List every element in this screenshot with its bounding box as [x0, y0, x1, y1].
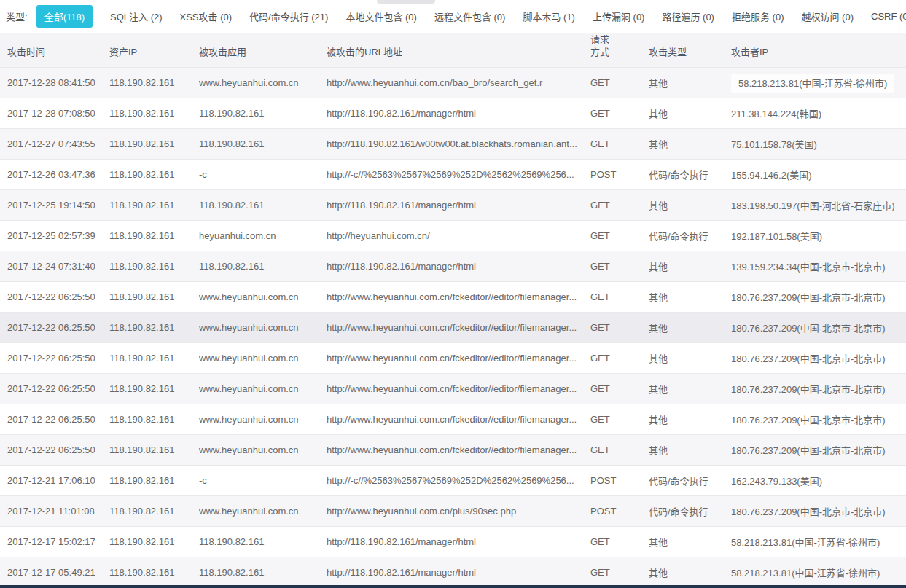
cell-attacker-ip: 180.76.237.209(中国-北京市-北京市) [731, 495, 906, 526]
cell-attack-type: 其他 [649, 251, 731, 281]
filter-chip-7[interactable]: 上传漏洞 (0) [593, 5, 645, 28]
cell-attacked-app: -c [199, 159, 327, 189]
cell-request-method: GET [590, 434, 649, 465]
cell-attack-time: 2017-12-22 06:25:50 [0, 434, 109, 465]
cell-attack-type: 其他 [649, 404, 731, 434]
cell-attack-type: 代码/命令执行 [649, 495, 731, 526]
cell-attacker-ip: 180.76.237.209(中国-北京市-北京市) [731, 312, 906, 342]
table-row[interactable]: 2017-12-22 06:25:50 118.190.82.161 www.h… [0, 342, 906, 373]
cell-attacker-ip: 58.218.213.81(中国-江苏省-徐州市) [731, 557, 906, 587]
cell-request-method: GET [590, 526, 649, 557]
cell-attacked-app: www.heyuanhui.com.cn [199, 495, 327, 526]
attacker-ip-value: 58.218.213.81(中国-江苏省-徐州市) [731, 74, 894, 93]
cell-attack-type: 其他 [649, 128, 731, 159]
cell-attack-type: 代码/命令执行 [649, 220, 731, 251]
table-row[interactable]: 2017-12-28 08:41:50 118.190.82.161 www.h… [0, 67, 906, 98]
col-header-attacked-app: 被攻击应用 [199, 33, 327, 67]
attacker-ip-value: 58.218.213.81(中国-江苏省-徐州市) [731, 568, 880, 579]
cell-request-method: GET [590, 557, 649, 587]
cell-attacker-ip: 162.243.79.133(美国) [731, 465, 906, 495]
cell-attacked-url: http://www.heyuanhui.com.cn/fckeditor//e… [327, 434, 590, 465]
cell-attack-time: 2017-12-22 06:25:50 [0, 404, 109, 434]
cell-asset-ip: 118.190.82.161 [109, 312, 199, 342]
cell-attack-type: 其他 [649, 98, 731, 128]
col-header-attack-type: 攻击类型 [649, 33, 731, 67]
table-row[interactable]: 2017-12-17 15:02:17 118.190.82.161 118.1… [0, 526, 906, 557]
filter-chip-4[interactable]: 本地文件包含 (0) [345, 5, 417, 28]
col-header-asset-ip: 资产IP [109, 33, 199, 67]
cell-attack-time: 2017-12-28 07:08:50 [0, 98, 109, 128]
cell-attack-time: 2017-12-17 15:02:17 [0, 526, 109, 557]
filter-chip-5[interactable]: 远程文件包含 (0) [434, 5, 506, 28]
filter-chip-0[interactable]: 全部(118) [36, 5, 93, 28]
table-row[interactable]: 2017-12-22 06:25:50 118.190.82.161 www.h… [0, 404, 906, 434]
filter-chip-10[interactable]: 越权访问 (0) [801, 5, 854, 28]
table-row[interactable]: 2017-12-28 07:08:50 118.190.82.161 118.1… [0, 98, 906, 128]
cell-request-method: GET [590, 189, 649, 220]
attacker-ip-value: 192.187.101.58(美国) [731, 231, 822, 242]
cell-asset-ip: 118.190.82.161 [109, 67, 199, 98]
col-header-request-method: 请求方式 [590, 33, 649, 67]
table-row[interactable]: 2017-12-21 11:01:08 118.190.82.161 www.h… [0, 495, 906, 526]
cell-request-method: GET [590, 404, 649, 434]
table-row[interactable]: 2017-12-26 03:47:36 118.190.82.161 -c ht… [0, 159, 906, 189]
cell-attack-time: 2017-12-27 07:43:55 [0, 128, 109, 159]
cell-attack-type: 其他 [649, 189, 731, 220]
cell-attack-time: 2017-12-21 17:06:10 [0, 465, 109, 495]
table-row[interactable]: 2017-12-24 07:31:40 118.190.82.161 118.1… [0, 251, 906, 281]
cell-attacked-app: www.heyuanhui.com.cn [199, 312, 327, 342]
cell-attacker-ip: 58.218.213.81(中国-江苏省-徐州市) [731, 67, 906, 98]
attacker-ip-value: 180.76.237.209(中国-北京市-北京市) [731, 506, 886, 517]
cell-attack-time: 2017-12-17 05:49:21 [0, 557, 109, 587]
table-row[interactable]: 2017-12-21 17:06:10 118.190.82.161 -c ht… [0, 465, 906, 495]
table-row[interactable]: 2017-12-22 06:25:50 118.190.82.161 www.h… [0, 373, 906, 404]
table-row[interactable]: 2017-12-22 06:25:50 118.190.82.161 www.h… [0, 312, 906, 342]
attacker-ip-value: 58.218.213.81(中国-江苏省-徐州市) [731, 537, 880, 548]
filter-chip-3[interactable]: 代码/命令执行 (21) [249, 5, 328, 28]
cell-attacked-app: www.heyuanhui.com.cn [199, 404, 327, 434]
filter-chip-1[interactable]: SQL注入 (2) [110, 5, 163, 28]
cell-attack-time: 2017-12-24 07:31:40 [0, 251, 109, 281]
attacker-ip-value: 180.76.237.209(中国-北京市-北京市) [731, 292, 886, 303]
table-row[interactable]: 2017-12-27 07:43:55 118.190.82.161 118.1… [0, 128, 906, 159]
cell-attacked-app: www.heyuanhui.com.cn [199, 67, 327, 98]
cell-attacked-url: http://118.190.82.161/manager/html [327, 526, 590, 557]
cell-attack-type: 其他 [649, 526, 731, 557]
cell-attacked-url: http://118.190.82.161/manager/html [327, 189, 590, 220]
cell-attack-type: 其他 [649, 281, 731, 312]
filter-chip-8[interactable]: 路径遍历 (0) [662, 5, 714, 28]
col-header-attacker-ip: 攻击者IP [731, 33, 906, 67]
cell-attack-type: 其他 [649, 342, 731, 373]
cell-attacker-ip: 183.198.50.197(中国-河北省-石家庄市) [731, 189, 906, 220]
filter-chip-11[interactable]: CSRF (0) [871, 7, 906, 26]
table-row[interactable]: 2017-12-25 02:57:39 118.190.82.161 heyua… [0, 220, 906, 251]
cell-attacked-url: http://www.heyuanhui.com.cn/fckeditor//e… [327, 404, 590, 434]
cell-asset-ip: 118.190.82.161 [109, 281, 199, 312]
attacker-ip-value: 180.76.237.209(中国-北京市-北京市) [731, 323, 886, 334]
filter-chip-6[interactable]: 脚本木马 (1) [523, 5, 575, 28]
attacker-ip-value: 139.159.234.34(中国-北京市-北京市) [731, 262, 886, 273]
table-row[interactable]: 2017-12-17 05:49:21 118.190.82.161 118.1… [0, 557, 906, 587]
cell-request-method: GET [590, 342, 649, 373]
cell-attacked-url: http://118.190.82.161/manager/html [327, 557, 590, 587]
cell-asset-ip: 118.190.82.161 [109, 557, 199, 587]
cell-attacked-url: http://-c//%2563%2567%2569%252D%2562%256… [327, 159, 590, 189]
cell-attacked-app: 118.190.82.161 [199, 557, 327, 587]
table-row[interactable]: 2017-12-22 06:25:50 118.190.82.161 www.h… [0, 434, 906, 465]
cell-attacked-app: -c [199, 465, 327, 495]
attacker-ip-value: 75.101.158.78(美国) [731, 139, 817, 150]
cell-attacker-ip: 180.76.237.209(中国-北京市-北京市) [731, 434, 906, 465]
cell-attacked-url: http://www.heyuanhui.com.cn/fckeditor//e… [327, 342, 590, 373]
cell-asset-ip: 118.190.82.161 [109, 404, 199, 434]
attacker-ip-value: 155.94.146.2(美国) [731, 170, 812, 181]
filter-chip-2[interactable]: XSS攻击 (0) [180, 5, 233, 28]
cell-attacked-url: http://118.190.82.161/w00tw00t.at.blackh… [327, 128, 590, 159]
cell-attack-time: 2017-12-22 06:25:50 [0, 342, 109, 373]
attacker-ip-value: 180.76.237.209(中国-北京市-北京市) [731, 384, 886, 395]
table-row[interactable]: 2017-12-22 06:25:50 118.190.82.161 www.h… [0, 281, 906, 312]
cell-request-method: GET [590, 128, 649, 159]
filter-chip-9[interactable]: 拒绝服务 (0) [732, 5, 784, 28]
table-row[interactable]: 2017-12-25 19:14:50 118.190.82.161 118.1… [0, 189, 906, 220]
cell-attacked-app: 118.190.82.161 [199, 526, 327, 557]
cell-request-method: GET [590, 312, 649, 342]
